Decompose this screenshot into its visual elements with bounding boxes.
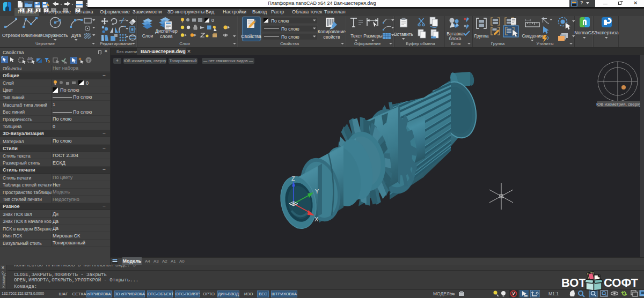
svg-text:Дуга: Дуга [71,33,81,38]
svg-text:Группа: Группа [474,33,489,39]
svg-text:По слою: По слою [271,18,289,24]
svg-text:Сведения: Сведения [522,33,543,39]
svg-text:Размеры: Размеры [363,33,382,39]
svg-text:X: X [314,216,319,222]
svg-text:?: ? [87,58,90,63]
svg-text:0: 0 [86,80,89,86]
svg-text:Полилиния: Полилиния [19,33,43,38]
svg-text:Окружность: Окружность [43,33,69,38]
svg-text:Отрезок: Отрезок [2,33,19,38]
svg-text:Y: Y [315,188,319,195]
svg-text:Диспетчер: Диспетчер [155,28,178,34]
svg-text:слоёв: слоёв [160,34,173,39]
svg-text:блока: блока [449,36,462,41]
svg-text:⇆: ⇆ [451,292,455,296]
svg-text:По слою: По слою [281,34,299,40]
svg-text:Вставить: Вставить [394,32,414,37]
svg-text:Слои: Слои [142,33,153,39]
svg-text:Экспертиза: Экспертиза [594,30,619,35]
svg-text:свойств: свойств [324,34,340,40]
svg-text:Свойства: Свойства [241,34,261,39]
svg-text:Текст: Текст [350,33,362,39]
svg-text:ЮВ изометрия, сверху: ЮВ изометрия, сверху [596,102,641,107]
svg-text:0: 0 [211,18,214,23]
svg-text:По слою: По слою [281,26,299,32]
svg-text:Z: Z [291,175,295,182]
svg-text:Копирование: Копирование [318,29,346,34]
svg-text:NormaCS: NormaCS [574,30,595,35]
